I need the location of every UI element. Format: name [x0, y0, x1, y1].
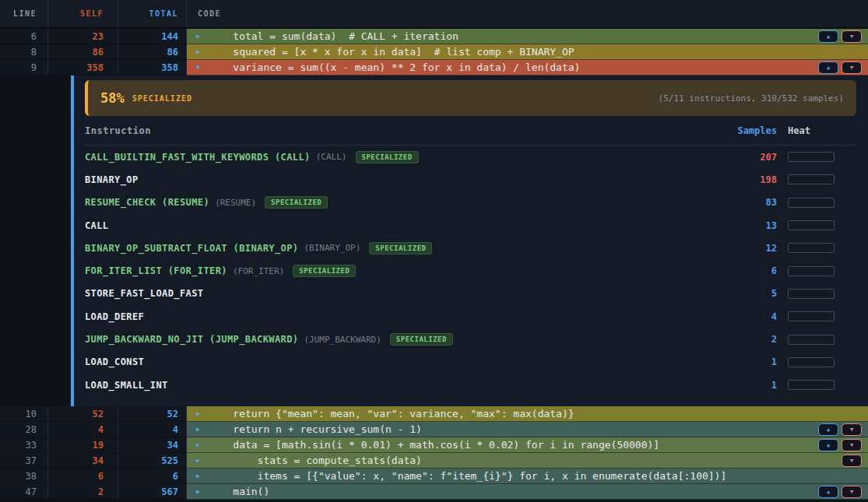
code-cell[interactable]: stats = compute_stats(data)	[187, 453, 868, 469]
samples-value: 1	[722, 380, 777, 391]
samples-value: 12	[722, 243, 777, 254]
instruction-row: LOAD_CONST 1	[85, 351, 856, 374]
source-code: main()	[209, 486, 269, 497]
expand-icon[interactable]	[196, 488, 209, 495]
instruction-row: FOR_ITER_LIST (FOR_ITER) (FOR_ITER) SPEC…	[85, 259, 856, 282]
heat-bar	[788, 152, 835, 162]
specialized-badge: SPECIALIZED	[293, 265, 356, 277]
jump-prev-button[interactable]	[818, 439, 838, 451]
source-code: items = [{"value": x, "name": f"item_{i}…	[209, 470, 726, 482]
samples-value: 207	[722, 152, 777, 163]
samples-value: 13	[722, 220, 777, 231]
line-number: 10	[0, 406, 48, 422]
specialization-banner: 58% SPECIALIZED (5/11 instructions, 310/…	[85, 80, 856, 116]
panel-body: 58% SPECIALIZED (5/11 instructions, 310/…	[74, 75, 868, 406]
self-samples: 34	[48, 453, 118, 469]
code-row-9: 9 358 358 variance = sum((x - mean) ** 2…	[0, 60, 868, 75]
heat-bar	[788, 335, 835, 345]
total-samples: 4	[118, 422, 187, 437]
expand-icon[interactable]	[196, 426, 209, 433]
line-number: 37	[0, 453, 48, 469]
jump-prev-button[interactable]	[818, 423, 838, 436]
samples-value: 4	[722, 311, 777, 322]
instruction-name: JUMP_BACKWARD_NO_JIT (JUMP_BACKWARD)	[85, 334, 299, 345]
expand-icon[interactable]	[196, 441, 209, 448]
self-samples: 358	[48, 60, 118, 75]
code-cell[interactable]: data = [math.sin(i * 0.01) + math.cos(i …	[187, 437, 868, 453]
line-number: 9	[0, 60, 48, 75]
specialized-badge: SPECIALIZED	[390, 333, 453, 346]
base-opcode: (RESUME)	[215, 198, 256, 208]
self-samples: 2	[48, 484, 118, 500]
jump-next-button[interactable]	[842, 61, 862, 74]
instruction-column-header: Instruction	[85, 125, 722, 136]
jump-prev-button[interactable]	[818, 486, 838, 498]
heat-bar	[788, 174, 835, 184]
instruction-name: FOR_ITER_LIST (FOR_ITER)	[85, 265, 227, 276]
heat-bar	[788, 243, 835, 253]
heat-column-header: Heat	[788, 125, 835, 136]
code-cell[interactable]: return n + recursive_sum(n - 1)	[187, 422, 868, 437]
jump-next-button[interactable]	[842, 455, 862, 467]
specialized-badge: SPECIALIZED	[265, 196, 328, 209]
instruction-row: CALL_BUILTIN_FAST_WITH_KEYWORDS (CALL) (…	[85, 146, 856, 168]
instruction-row: BINARY_OP_SUBTRACT_FLOAT (BINARY_OP) (BI…	[85, 237, 856, 259]
line-number: 47	[0, 484, 48, 500]
samples-value: 83	[722, 197, 777, 208]
column-header-code: CODE	[187, 0, 868, 27]
jump-next-button[interactable]	[842, 486, 862, 498]
code-row-33: 33 19 34 data = [math.sin(i * 0.01) + ma…	[0, 437, 868, 453]
jump-prev-button[interactable]	[818, 30, 838, 43]
base-opcode: (JUMP_BACKWARD)	[304, 335, 381, 345]
instruction-row: LOAD_SMALL_INT 1	[85, 374, 856, 396]
specialization-percent: 58%	[100, 90, 125, 106]
base-opcode: (BINARY_OP)	[304, 243, 361, 253]
instruction-row: STORE_FAST_LOAD_FAST 5	[85, 283, 856, 305]
expand-icon[interactable]	[196, 410, 209, 417]
jump-prev-button[interactable]	[818, 61, 838, 74]
total-samples: 34	[118, 437, 187, 453]
jump-next-button[interactable]	[842, 30, 862, 43]
table-header: LINE SELF TOTAL CODE	[0, 0, 868, 29]
expand-icon[interactable]	[196, 48, 209, 55]
instruction-name: BINARY_OP	[85, 174, 139, 185]
heat-bar	[788, 357, 835, 367]
instruction-row: BINARY_OP 198	[85, 168, 856, 191]
source-code: stats = compute_stats(data)	[209, 455, 422, 466]
base-opcode: (FOR_ITER)	[233, 266, 284, 276]
specialized-badge: SPECIALIZED	[356, 151, 419, 163]
code-cell[interactable]: variance = sum((x - mean) ** 2 for x in …	[187, 60, 868, 75]
instruction-name: LOAD_SMALL_INT	[85, 380, 168, 391]
code-cell[interactable]: squared = [x * x for x in data] # list c…	[187, 44, 868, 60]
instruction-name: LOAD_DEREF	[85, 311, 144, 322]
code-cell[interactable]: total = sum(data) # CALL + iteration	[187, 29, 868, 44]
line-number: 28	[0, 422, 48, 437]
total-samples: 358	[118, 60, 187, 75]
code-row-10: 10 52 52 return {"mean": mean, "var": va…	[0, 406, 868, 422]
code-row-47: 47 2 567 main()	[0, 484, 868, 500]
expand-icon[interactable]	[196, 457, 209, 464]
jump-next-button[interactable]	[842, 439, 862, 451]
instruction-name: BINARY_OP_SUBTRACT_FLOAT (BINARY_OP)	[85, 243, 299, 254]
self-samples: 4	[48, 422, 118, 437]
column-header-line: LINE	[0, 0, 48, 27]
instruction-name: STORE_FAST_LOAD_FAST	[85, 288, 204, 299]
collapse-icon[interactable]	[196, 64, 209, 71]
samples-value: 5	[722, 288, 777, 299]
samples-value: 6	[722, 265, 777, 276]
expand-icon[interactable]	[196, 33, 209, 40]
column-header-self[interactable]: SELF	[48, 0, 118, 27]
code-cell[interactable]: items = [{"value": x, "name": f"item_{i}…	[187, 469, 868, 484]
code-cell[interactable]: return {"mean": mean, "var": variance, "…	[187, 406, 868, 422]
total-samples: 567	[118, 484, 187, 500]
code-cell[interactable]: main()	[187, 484, 868, 500]
instruction-table-header: Instruction Samples Heat	[85, 116, 856, 146]
expand-icon[interactable]	[196, 472, 209, 479]
total-samples: 86	[118, 44, 187, 60]
samples-column-header: Samples	[722, 125, 777, 136]
heat-bar	[788, 266, 835, 276]
jump-next-button[interactable]	[842, 423, 862, 436]
column-header-total[interactable]: TOTAL	[118, 0, 187, 27]
source-code: variance = sum((x - mean) ** 2 for x in …	[209, 61, 580, 73]
total-samples: 52	[118, 406, 187, 422]
